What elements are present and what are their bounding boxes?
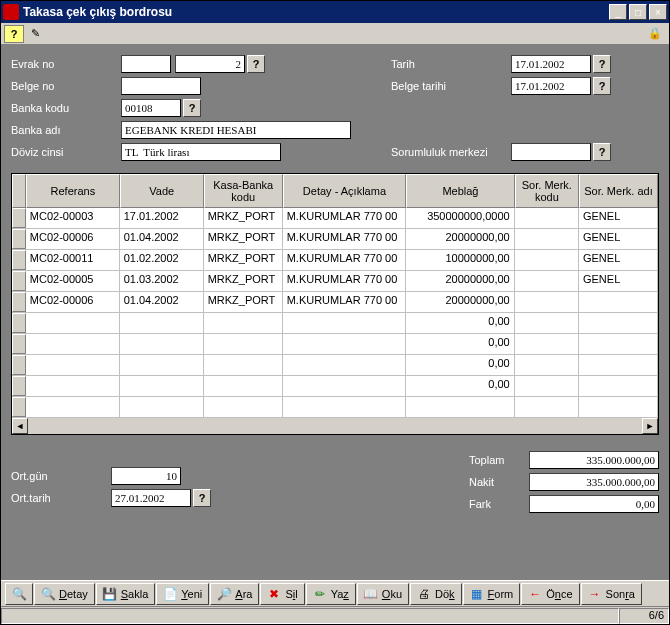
cell[interactable] bbox=[579, 313, 658, 333]
cell[interactable]: M.KURUMLAR 770 00 bbox=[283, 208, 406, 228]
ara-button[interactable]: 🔎Ara bbox=[210, 583, 259, 605]
cell[interactable] bbox=[26, 355, 120, 375]
table-row[interactable]: 0,00 bbox=[12, 334, 658, 355]
cell[interactable] bbox=[120, 376, 204, 396]
row-header[interactable] bbox=[12, 334, 26, 354]
cell[interactable]: 0,00 bbox=[406, 376, 515, 396]
table-row[interactable]: MC02-0000317.01.2002MRKZ_PORTM.KURUMLAR … bbox=[12, 208, 658, 229]
cell[interactable] bbox=[515, 376, 579, 396]
cell[interactable] bbox=[515, 292, 579, 312]
row-header[interactable] bbox=[12, 313, 26, 333]
cell[interactable] bbox=[120, 355, 204, 375]
tarih-input[interactable] bbox=[511, 55, 591, 73]
minimize-button[interactable]: _ bbox=[609, 4, 627, 20]
cell[interactable] bbox=[283, 334, 406, 354]
cell[interactable] bbox=[283, 355, 406, 375]
banka-kodu-lookup-button[interactable]: ? bbox=[183, 99, 201, 117]
table-row[interactable]: MC02-0001101.02.2002MRKZ_PORTM.KURUMLAR … bbox=[12, 250, 658, 271]
cell[interactable] bbox=[204, 313, 283, 333]
cell[interactable]: 20000000,00 bbox=[406, 271, 515, 291]
cell[interactable] bbox=[515, 229, 579, 249]
cell[interactable]: 0,00 bbox=[406, 313, 515, 333]
audit-icon[interactable]: ✎ bbox=[25, 25, 45, 43]
zoom-button[interactable]: 🔍 bbox=[5, 583, 33, 605]
cell[interactable] bbox=[120, 334, 204, 354]
table-row[interactable]: 0,00 bbox=[12, 355, 658, 376]
banka-kodu-input[interactable] bbox=[121, 99, 181, 117]
cell[interactable]: MRKZ_PORT bbox=[204, 292, 283, 312]
cell[interactable] bbox=[204, 376, 283, 396]
cell[interactable]: MC02-00003 bbox=[26, 208, 120, 228]
tarih-lookup-button[interactable]: ? bbox=[593, 55, 611, 73]
table-row[interactable]: 0,00 bbox=[12, 376, 658, 397]
row-header[interactable] bbox=[12, 250, 26, 270]
cell[interactable]: MC02-00011 bbox=[26, 250, 120, 270]
cell[interactable] bbox=[515, 250, 579, 270]
cell[interactable]: MRKZ_PORT bbox=[204, 208, 283, 228]
cell[interactable] bbox=[515, 355, 579, 375]
cell[interactable] bbox=[515, 313, 579, 333]
cell[interactable]: MRKZ_PORT bbox=[204, 271, 283, 291]
cell[interactable] bbox=[515, 334, 579, 354]
detay-button[interactable]: 🔍Detay bbox=[34, 583, 95, 605]
cell[interactable] bbox=[579, 376, 658, 396]
cell[interactable] bbox=[515, 271, 579, 291]
table-row[interactable]: MC02-0000501.03.2002MRKZ_PORTM.KURUMLAR … bbox=[12, 271, 658, 292]
cell[interactable] bbox=[283, 376, 406, 396]
row-header[interactable] bbox=[12, 292, 26, 312]
row-header[interactable] bbox=[12, 271, 26, 291]
cell[interactable]: GENEL bbox=[579, 208, 658, 228]
evrak-no-2-input[interactable] bbox=[175, 55, 245, 73]
col-header-kasa[interactable]: Kasa-Banka kodu bbox=[204, 174, 283, 208]
doviz-cinsi-input[interactable] bbox=[121, 143, 281, 161]
cell[interactable]: 0,00 bbox=[406, 355, 515, 375]
cell[interactable] bbox=[204, 397, 283, 417]
cell[interactable]: MC02-00006 bbox=[26, 229, 120, 249]
cell[interactable] bbox=[204, 355, 283, 375]
evrak-no-1-input[interactable] bbox=[121, 55, 171, 73]
cell[interactable]: M.KURUMLAR 770 00 bbox=[283, 250, 406, 270]
grid-body[interactable]: MC02-0000317.01.2002MRKZ_PORTM.KURUMLAR … bbox=[12, 208, 658, 418]
col-header-referans[interactable]: Referans bbox=[26, 174, 120, 208]
cell[interactable]: M.KURUMLAR 770 00 bbox=[283, 292, 406, 312]
cell[interactable]: M.KURUMLAR 770 00 bbox=[283, 229, 406, 249]
table-row[interactable] bbox=[12, 397, 658, 418]
row-header[interactable] bbox=[12, 229, 26, 249]
sil-button[interactable]: ✖Sil bbox=[260, 583, 304, 605]
table-row[interactable]: MC02-0000601.04.2002MRKZ_PORTM.KURUMLAR … bbox=[12, 229, 658, 250]
col-header-smk[interactable]: Sor. Merk. kodu bbox=[515, 174, 579, 208]
cell[interactable] bbox=[283, 397, 406, 417]
cell[interactable] bbox=[120, 313, 204, 333]
help-icon[interactable]: ? bbox=[4, 25, 24, 43]
dok-button[interactable]: 🖨Dök bbox=[410, 583, 462, 605]
cell[interactable] bbox=[579, 334, 658, 354]
oku-button[interactable]: 📖Oku bbox=[357, 583, 409, 605]
sonra-button[interactable]: →Sonra bbox=[581, 583, 642, 605]
row-header[interactable] bbox=[12, 208, 26, 228]
ort-tarih-lookup-button[interactable]: ? bbox=[193, 489, 211, 507]
grid-scrollbar[interactable]: ◄ ► bbox=[12, 418, 658, 434]
cell[interactable]: 17.01.2002 bbox=[120, 208, 204, 228]
yeni-button[interactable]: 📄Yeni bbox=[156, 583, 209, 605]
data-grid[interactable]: Referans Vade Kasa-Banka kodu Detay - Aç… bbox=[11, 173, 659, 435]
row-header[interactable] bbox=[12, 397, 26, 417]
cell[interactable]: 10000000,00 bbox=[406, 250, 515, 270]
lock-icon[interactable]: 🔒 bbox=[645, 25, 665, 43]
cell[interactable]: GENEL bbox=[579, 271, 658, 291]
table-row[interactable]: 0,00 bbox=[12, 313, 658, 334]
table-row[interactable]: MC02-0000601.04.2002MRKZ_PORTM.KURUMLAR … bbox=[12, 292, 658, 313]
belge-tarihi-lookup-button[interactable]: ? bbox=[593, 77, 611, 95]
cell[interactable]: GENEL bbox=[579, 250, 658, 270]
col-header-detay[interactable]: Detay - Açıklama bbox=[283, 174, 406, 208]
cell[interactable]: 0,00 bbox=[406, 334, 515, 354]
once-button[interactable]: ←Önce bbox=[521, 583, 579, 605]
cell[interactable] bbox=[26, 334, 120, 354]
cell[interactable] bbox=[204, 334, 283, 354]
belge-tarihi-input[interactable] bbox=[511, 77, 591, 95]
cell[interactable] bbox=[283, 313, 406, 333]
cell[interactable] bbox=[26, 397, 120, 417]
cell[interactable]: MC02-00006 bbox=[26, 292, 120, 312]
cell[interactable]: MC02-00005 bbox=[26, 271, 120, 291]
belge-no-input[interactable] bbox=[121, 77, 201, 95]
cell[interactable]: M.KURUMLAR 770 00 bbox=[283, 271, 406, 291]
